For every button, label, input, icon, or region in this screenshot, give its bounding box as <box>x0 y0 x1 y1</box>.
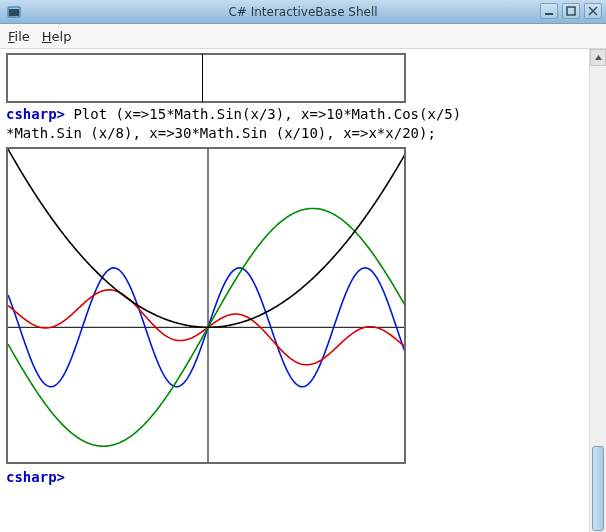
scroll-thumb[interactable] <box>592 446 604 531</box>
scroll-up-button[interactable] <box>590 49 606 66</box>
previous-plot-output <box>6 53 406 103</box>
menu-file[interactable]: File <box>8 29 30 44</box>
maximize-button[interactable] <box>562 3 580 19</box>
repl-next-line[interactable]: csharp> <box>6 468 583 487</box>
prev-plot-axis <box>202 54 203 102</box>
vertical-scrollbar[interactable] <box>589 49 606 532</box>
plot-output <box>6 147 406 464</box>
menu-help[interactable]: Help <box>42 29 72 44</box>
plot-canvas <box>8 149 406 464</box>
close-button[interactable] <box>584 3 602 19</box>
menu-help-rest: elp <box>52 29 72 44</box>
app-icon <box>5 3 23 21</box>
menu-file-rest: ile <box>15 29 30 44</box>
svg-marker-8 <box>595 55 602 60</box>
repl-prompt-2: csharp> <box>6 469 65 485</box>
window-buttons <box>540 3 602 19</box>
repl-prompt: csharp> <box>6 106 65 122</box>
repl-line-2: *Math.Sin (x/8), x=>30*Math.Sin (x/10), … <box>6 124 583 143</box>
window-title: C# InteractiveBase Shell <box>228 5 377 19</box>
scroll-track[interactable] <box>590 66 606 532</box>
minimize-button[interactable] <box>540 3 558 19</box>
repl-area[interactable]: csharp> Plot (x=>15*Math.Sin(x/3), x=>10… <box>0 49 589 532</box>
window-titlebar: C# InteractiveBase Shell <box>0 0 606 24</box>
repl-line-1: csharp> Plot (x=>15*Math.Sin(x/3), x=>10… <box>6 105 583 124</box>
menu-bar: File Help <box>0 24 606 49</box>
repl-command-part1: Plot (x=>15*Math.Sin(x/3), x=>10*Math.Co… <box>65 106 461 122</box>
svg-rect-1 <box>9 9 19 16</box>
client-area: csharp> Plot (x=>15*Math.Sin(x/3), x=>10… <box>0 49 606 532</box>
svg-rect-3 <box>567 7 575 15</box>
